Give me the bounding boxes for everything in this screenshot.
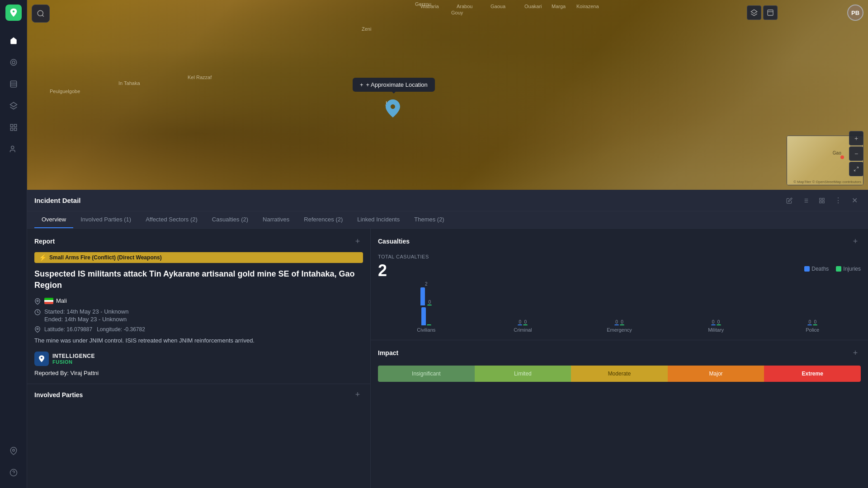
sidebar-item-users[interactable] <box>5 140 23 158</box>
bar-crim-d <box>518 324 522 325</box>
sidebar-item-layers[interactable] <box>5 97 23 115</box>
bar-emerg-d <box>614 324 619 325</box>
svg-point-31 <box>37 300 38 302</box>
svg-point-33 <box>37 328 38 330</box>
tab-narratives[interactable]: Narratives <box>255 211 297 228</box>
chart-label-civilians: Civilians <box>417 327 435 333</box>
svg-marker-16 <box>751 9 757 14</box>
layers-view-button[interactable] <box>747 5 761 20</box>
incident-title: Suspected IS militants attack Tin Aykara… <box>34 268 363 291</box>
time-info: Started: 14th May 23 - Unknown Ended: 14… <box>44 308 128 323</box>
mini-map-label-gao: Gao <box>833 150 841 155</box>
casualties-add-button[interactable]: + <box>850 236 861 247</box>
tab-themes[interactable]: Themes (2) <box>407 211 451 228</box>
map-label-intahaka: In Tahaka <box>118 80 140 86</box>
zoom-out-button[interactable]: − <box>849 146 863 161</box>
user-avatar[interactable]: PB <box>847 5 863 21</box>
impact-major: Major <box>668 366 764 382</box>
impact-header: Impact + <box>378 347 861 358</box>
bar-emerg-i <box>620 324 624 325</box>
report-section-header: Report + <box>34 236 363 247</box>
deaths-color <box>804 266 810 272</box>
time-row: Started: 14th May 23 - Unknown Ended: 14… <box>34 308 363 323</box>
impact-limited: Limited <box>475 366 571 382</box>
bar-civ-d <box>421 307 426 325</box>
if-subtitle: FUSION <box>52 359 95 365</box>
left-column: Report + ⚡ Small Arms Fire (Conflict) (D… <box>27 229 371 488</box>
close-button[interactable]: ✕ <box>848 194 861 207</box>
involved-parties-add-button[interactable]: + <box>352 389 363 400</box>
expand-button[interactable] <box>849 162 863 176</box>
svg-rect-17 <box>768 10 773 15</box>
list-view-button[interactable] <box>799 194 812 207</box>
total-number: 2 <box>378 261 387 280</box>
impact-insignificant: Insignificant <box>378 366 475 382</box>
chart-legend: Deaths Injuries <box>804 266 861 272</box>
started-time: Started: 14th May 23 - Unknown <box>44 308 128 315</box>
svg-line-20 <box>854 169 856 171</box>
right-column: Casualties + TOTAL CASUALTIES 2 Deaths <box>371 229 868 488</box>
zoom-in-button[interactable]: + <box>849 131 863 145</box>
involved-parties-title: Involved Parties <box>34 391 83 399</box>
map-search-button[interactable] <box>32 5 50 23</box>
map-area[interactable]: Wabaria Arabou Gaoua Ouakari Marga Koira… <box>27 0 868 190</box>
tab-overview[interactable]: Overview <box>34 211 73 228</box>
chart-label-emergency: Emergency <box>607 327 632 333</box>
incident-description: The mine was under JNIM control. ISIS re… <box>34 336 363 345</box>
injuries-color <box>836 266 841 272</box>
intelligence-fusion: INTELLIGENCE FUSION <box>34 352 363 366</box>
edit-button[interactable] <box>783 194 796 207</box>
location-pin[interactable] <box>386 99 400 121</box>
sidebar-item-reports[interactable] <box>5 75 23 93</box>
report-section: Report + ⚡ Small Arms Fire (Conflict) (D… <box>27 229 370 384</box>
grid-view-button[interactable] <box>816 194 828 207</box>
badge-icon: ⚡ <box>39 254 47 261</box>
chart-group-criminal: 0 0 Criminal <box>475 302 571 333</box>
svg-rect-27 <box>820 198 821 200</box>
chart-group-emergency: 0 0 Emergency <box>571 302 668 333</box>
latitude: Latitude: 16.079887 <box>44 326 92 333</box>
tab-affected-sectors[interactable]: Affected Sectors (2) <box>138 211 205 228</box>
sidebar-item-location[interactable] <box>5 53 23 71</box>
involved-parties-header: Involved Parties + <box>34 389 363 400</box>
legend-injuries: Injuries <box>836 266 861 272</box>
if-text: INTELLIGENCE FUSION <box>52 353 95 365</box>
map-tooltip: + + Approximate Location <box>353 78 435 92</box>
tab-casualties[interactable]: Casualties (2) <box>205 211 255 228</box>
app-logo[interactable] <box>5 5 22 21</box>
bar-civilians-deaths <box>420 287 425 305</box>
mali-flag <box>44 298 53 304</box>
tab-references[interactable]: References (2) <box>297 211 350 228</box>
svg-point-1 <box>10 59 17 66</box>
map-label-ouakari: Ouakari <box>524 4 542 9</box>
casualties-section: Casualties + TOTAL CASUALTIES 2 Deaths <box>371 229 868 340</box>
more-options-button[interactable]: ⋮ <box>832 194 844 207</box>
map-view-controls <box>747 5 778 20</box>
impact-section: Impact + Insignificant Limited Moderate … <box>371 340 868 389</box>
tab-involved-parties[interactable]: Involved Parties (1) <box>73 211 138 228</box>
reported-by-label: Reported By: <box>34 370 69 376</box>
if-title: INTELLIGENCE <box>52 353 95 359</box>
bar-civ-i <box>427 324 431 325</box>
impact-title: Impact <box>378 349 398 357</box>
panel-title: Incident Detail <box>34 197 81 204</box>
svg-line-19 <box>857 167 859 169</box>
sidebar-item-help[interactable] <box>5 464 23 482</box>
impact-add-button[interactable]: + <box>850 347 861 358</box>
tooltip-plus: + <box>360 81 363 88</box>
map-label-koirazena: Koirazena <box>576 4 599 9</box>
sidebar <box>0 0 27 488</box>
if-logo <box>34 352 49 366</box>
report-add-button[interactable]: + <box>352 236 363 247</box>
reported-by: Reported By: Viraj Pattni <box>34 370 363 376</box>
sidebar-item-home[interactable] <box>5 32 23 50</box>
sidebar-item-map-pin[interactable] <box>5 442 23 460</box>
sidebar-item-dashboard[interactable] <box>5 118 23 136</box>
tab-linked-incidents[interactable]: Linked Incidents <box>350 211 407 228</box>
table-view-button[interactable] <box>763 5 778 20</box>
tabs-bar: Overview Involved Parties (1) Affected S… <box>27 211 868 229</box>
tooltip-text: + Approximate Location <box>366 81 428 88</box>
longitude: Longitude: -0.36782 <box>97 326 145 333</box>
chart-group-civilians: 2 0 <box>378 282 475 333</box>
country-info: Mali <box>44 297 67 304</box>
